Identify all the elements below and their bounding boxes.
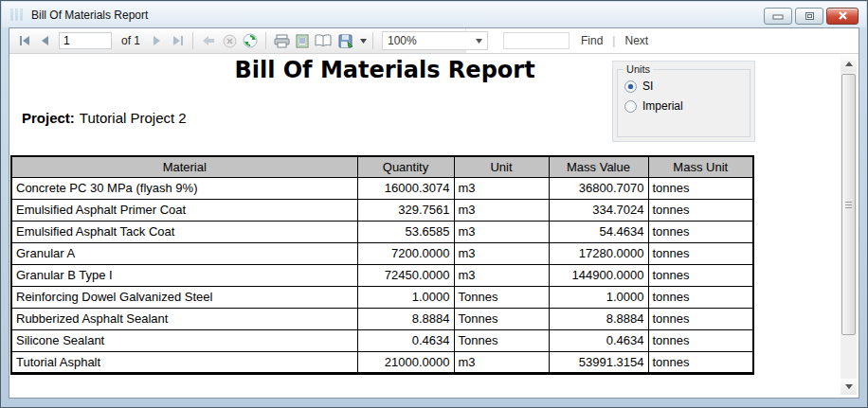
table-row: Emulsified Asphalt Tack Coat53.6585m354.… bbox=[11, 221, 753, 242]
project-value: Tutorial Project 2 bbox=[80, 110, 187, 126]
titlebar[interactable]: Bill Of Materials Report bbox=[2, 2, 866, 27]
minimize-icon bbox=[772, 13, 784, 20]
minimize-button[interactable] bbox=[764, 8, 792, 25]
table-cell: 1.0000 bbox=[549, 286, 648, 308]
save-export-icon bbox=[338, 34, 353, 48]
scroll-down-button[interactable] bbox=[841, 379, 857, 395]
table-row: Rubberized Asphalt Sealant8.8884Tonnes8.… bbox=[11, 308, 753, 329]
previous-page-button[interactable] bbox=[35, 30, 56, 51]
units-groupbox: Units SI Imperial bbox=[617, 69, 750, 137]
table-cell: 329.7561 bbox=[357, 199, 454, 221]
table-cell: m3 bbox=[454, 221, 549, 242]
app-window: Bill Of Materials Report of bbox=[0, 0, 868, 408]
print-layout-icon bbox=[296, 34, 309, 48]
table-row: Emulsified Asphalt Primer Coat329.7561m3… bbox=[11, 199, 753, 221]
table-cell: tonnes bbox=[648, 286, 753, 308]
table-cell: Granular A bbox=[11, 242, 357, 264]
table-cell: Tonnes bbox=[454, 329, 549, 351]
table-cell: 144900.0000 bbox=[549, 264, 648, 286]
chevron-down-icon bbox=[476, 39, 482, 44]
radio-imperial[interactable] bbox=[624, 100, 637, 113]
table-cell: tonnes bbox=[648, 199, 753, 221]
table-cell: m3 bbox=[454, 177, 549, 199]
export-dropdown[interactable] bbox=[358, 30, 368, 51]
close-icon bbox=[838, 11, 848, 21]
page-setup-icon bbox=[315, 34, 332, 47]
next-page-icon bbox=[152, 36, 161, 45]
radio-si-label: SI bbox=[642, 80, 653, 93]
table-row: Granular B Type I72450.0000m3144900.0000… bbox=[11, 264, 753, 286]
arrow-up-icon bbox=[845, 62, 853, 66]
printer-icon bbox=[274, 34, 290, 48]
table-cell: Rubberized Asphalt Sealant bbox=[11, 308, 357, 329]
header-mass-unit: Mass Unit bbox=[648, 156, 753, 177]
table-cell: 21000.0000 bbox=[357, 351, 454, 373]
units-option-si[interactable]: SI bbox=[624, 80, 750, 93]
table-cell: 8.8884 bbox=[549, 308, 648, 329]
page-setup-button[interactable] bbox=[313, 30, 334, 51]
back-to-parent-button[interactable] bbox=[198, 30, 219, 51]
radio-si[interactable] bbox=[624, 80, 637, 93]
chevron-down-icon bbox=[360, 39, 367, 44]
table-row: Granular A7200.0000m317280.0000tonnes bbox=[11, 242, 753, 264]
scroll-up-button[interactable] bbox=[841, 56, 857, 72]
units-caption: Units bbox=[624, 63, 653, 75]
zoom-select[interactable]: 100% bbox=[382, 31, 488, 50]
next-page-button[interactable] bbox=[146, 30, 167, 51]
table-cell: tonnes bbox=[648, 221, 753, 242]
page-count-label: of 1 bbox=[121, 34, 140, 47]
toolbar-separator bbox=[192, 32, 193, 49]
export-button[interactable] bbox=[334, 30, 358, 51]
toolbar-separator bbox=[372, 32, 373, 49]
report-toolbar: of 1 bbox=[9, 28, 859, 54]
table-cell: 53.6585 bbox=[357, 221, 454, 242]
previous-page-icon bbox=[41, 36, 50, 45]
table-cell: Emulsified Asphalt Tack Coat bbox=[11, 221, 357, 242]
table-cell: 16000.3074 bbox=[357, 177, 454, 199]
units-panel: Units SI Imperial bbox=[612, 61, 755, 142]
report-page: Bill Of Materials Report Project:Tutoria… bbox=[9, 55, 859, 398]
last-page-button[interactable] bbox=[167, 30, 188, 51]
restore-button[interactable] bbox=[795, 8, 823, 25]
window-title: Bill Of Materials Report bbox=[31, 9, 148, 22]
table-cell: 72450.0000 bbox=[357, 264, 454, 286]
next-button[interactable]: Next bbox=[624, 34, 648, 47]
header-unit: Unit bbox=[454, 156, 549, 177]
table-cell: 7200.0000 bbox=[357, 242, 454, 264]
table-cell: Tonnes bbox=[454, 286, 549, 308]
find-next-divider: | bbox=[612, 34, 615, 47]
table-row: Silicone Sealant0.4634Tonnes0.4634tonnes bbox=[11, 329, 753, 351]
table-cell: Tutorial Asphalt bbox=[11, 351, 357, 373]
table-row: Tutorial Asphalt21000.0000m353991.3154to… bbox=[11, 351, 753, 373]
units-option-imperial[interactable]: Imperial bbox=[624, 99, 750, 113]
refresh-button[interactable] bbox=[240, 30, 261, 51]
table-cell: m3 bbox=[454, 351, 549, 373]
print-button[interactable] bbox=[271, 30, 292, 51]
stop-rendering-button[interactable] bbox=[219, 30, 240, 51]
table-cell: 54.4634 bbox=[549, 221, 648, 242]
first-page-button[interactable] bbox=[14, 30, 35, 51]
table-cell: 17280.0000 bbox=[549, 242, 648, 264]
print-layout-button[interactable] bbox=[292, 30, 313, 51]
close-button[interactable] bbox=[826, 8, 859, 25]
last-page-icon bbox=[172, 36, 184, 45]
table-cell: tonnes bbox=[648, 264, 753, 286]
scrollbar-thumb[interactable] bbox=[841, 74, 856, 335]
table-cell: m3 bbox=[454, 264, 549, 286]
table-cell: tonnes bbox=[648, 242, 753, 264]
table-cell: 0.4634 bbox=[357, 329, 454, 351]
toolbar-separator bbox=[265, 32, 266, 49]
stop-icon bbox=[223, 34, 237, 48]
table-cell: 36800.7070 bbox=[549, 177, 648, 199]
vertical-scrollbar[interactable] bbox=[841, 56, 857, 395]
table-cell: Concrete PC 30 MPa (flyash 9%) bbox=[11, 177, 357, 199]
page-number-input[interactable] bbox=[59, 32, 112, 49]
project-label: Project: bbox=[22, 110, 75, 126]
find-button[interactable]: Find bbox=[581, 34, 603, 47]
project-line: Project:Tutorial Project 2 bbox=[22, 110, 187, 126]
table-cell: tonnes bbox=[648, 308, 753, 329]
table-cell: tonnes bbox=[648, 329, 753, 351]
find-input[interactable] bbox=[503, 32, 570, 49]
header-quantity: Quantity bbox=[357, 156, 454, 177]
table-cell: m3 bbox=[454, 199, 549, 221]
